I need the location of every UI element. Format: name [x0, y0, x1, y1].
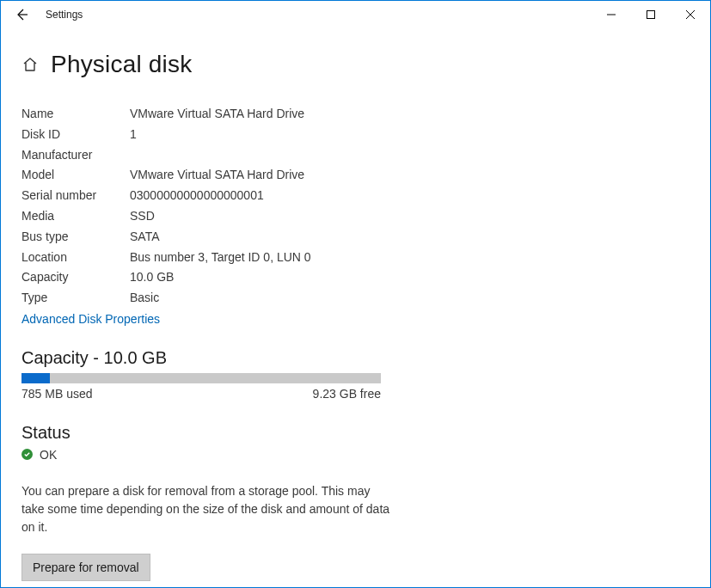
- maximize-icon: [647, 10, 655, 19]
- window-title: Settings: [46, 9, 83, 21]
- capacity-bar-fill: [21, 373, 50, 383]
- label-media: Media: [21, 206, 130, 227]
- row-type: TypeBasic: [21, 288, 690, 309]
- value-model: VMware Virtual SATA Hard Drive: [130, 165, 304, 186]
- status-text: OK: [40, 448, 57, 462]
- label-type: Type: [21, 288, 130, 309]
- settings-window: Settings Physical disk: [0, 0, 711, 588]
- status-line: OK: [21, 448, 690, 462]
- label-name: Name: [21, 104, 130, 125]
- ok-icon: [21, 449, 33, 460]
- label-capacity: Capacity: [21, 267, 130, 288]
- row-bustype: Bus typeSATA: [21, 227, 690, 248]
- capacity-labels: 785 MB used 9.23 GB free: [21, 387, 381, 401]
- page-title: Physical disk: [51, 51, 192, 78]
- capacity-free: 9.23 GB free: [313, 387, 381, 401]
- value-media: SSD: [130, 206, 155, 227]
- capacity-heading: Capacity - 10.0 GB: [21, 348, 690, 368]
- home-icon[interactable]: [21, 56, 39, 73]
- row-media: MediaSSD: [21, 206, 690, 227]
- minimize-button[interactable]: [591, 1, 631, 28]
- row-location: LocationBus number 3, Target ID 0, LUN 0: [21, 248, 690, 268]
- value-type: Basic: [130, 288, 159, 309]
- page-header: Physical disk: [21, 51, 690, 78]
- window-controls: [591, 1, 710, 28]
- label-diskid: Disk ID: [21, 125, 130, 145]
- prepare-for-removal-button[interactable]: Prepare for removal: [21, 554, 150, 581]
- close-button[interactable]: [671, 1, 710, 28]
- close-icon: [686, 10, 695, 19]
- label-manufacturer: Manufacturer: [21, 145, 130, 166]
- row-manufacturer: Manufacturer: [21, 145, 690, 166]
- row-name: NameVMware Virtual SATA Hard Drive: [21, 104, 690, 125]
- value-capacity: 10.0 GB: [130, 267, 174, 288]
- prepare-description: You can prepare a disk for removal from …: [21, 482, 391, 536]
- advanced-disk-properties-link[interactable]: Advanced Disk Properties: [21, 312, 690, 326]
- row-serial: Serial number03000000000000000001: [21, 186, 690, 206]
- maximize-button[interactable]: [631, 1, 671, 28]
- value-serial: 03000000000000000001: [130, 186, 264, 206]
- page-content: Physical disk NameVMware Virtual SATA Ha…: [1, 28, 710, 587]
- label-serial: Serial number: [21, 186, 130, 206]
- row-diskid: Disk ID1: [21, 125, 690, 145]
- label-location: Location: [21, 248, 130, 268]
- value-location: Bus number 3, Target ID 0, LUN 0: [130, 248, 311, 268]
- disk-details: NameVMware Virtual SATA Hard Drive Disk …: [21, 104, 690, 309]
- row-model: ModelVMware Virtual SATA Hard Drive: [21, 165, 690, 186]
- row-capacity: Capacity10.0 GB: [21, 267, 690, 288]
- titlebar-left: Settings: [4, 1, 83, 28]
- status-heading: Status: [21, 423, 690, 443]
- titlebar: Settings: [1, 1, 710, 28]
- minimize-icon: [607, 10, 616, 19]
- back-button[interactable]: [4, 1, 39, 28]
- value-bustype: SATA: [130, 227, 160, 248]
- value-name: VMware Virtual SATA Hard Drive: [130, 104, 304, 125]
- label-model: Model: [21, 165, 130, 186]
- capacity-bar: [21, 373, 381, 383]
- value-diskid: 1: [130, 125, 137, 145]
- svg-rect-2: [647, 11, 655, 19]
- arrow-left-icon: [15, 8, 28, 21]
- capacity-used: 785 MB used: [21, 387, 93, 401]
- label-bustype: Bus type: [21, 227, 130, 248]
